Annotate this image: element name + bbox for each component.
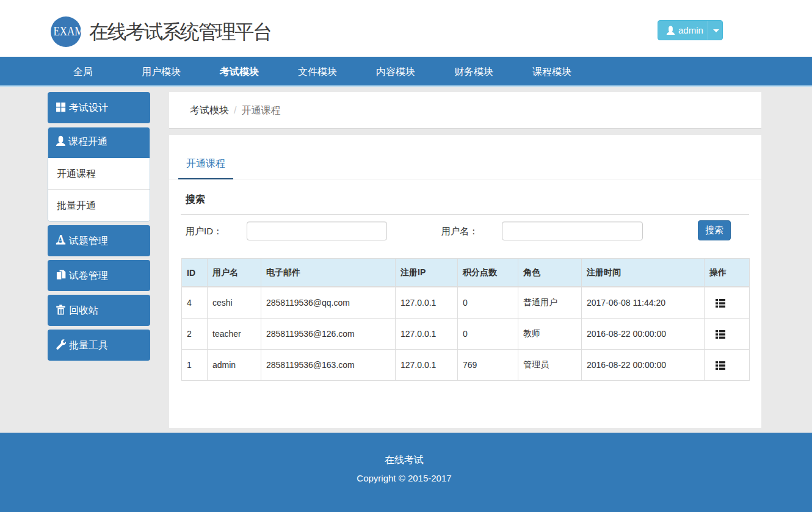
svg-text:A: A [57, 235, 65, 245]
